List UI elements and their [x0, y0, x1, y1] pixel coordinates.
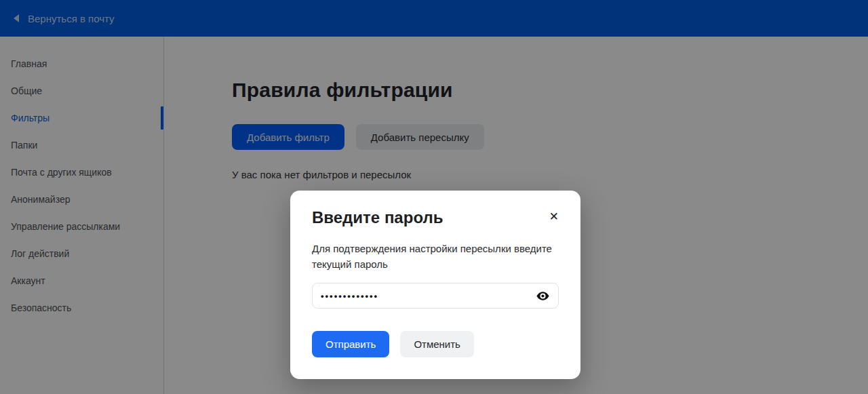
password-modal: Введите пароль ✕ Для подтверждения настр…	[290, 191, 580, 379]
password-field-wrapper	[312, 283, 559, 309]
password-input[interactable]	[321, 291, 534, 301]
eye-icon	[536, 289, 550, 303]
settings-app: Вернуться в почту Главная Общие Фильтры …	[0, 0, 868, 394]
toggle-password-visibility-button[interactable]	[534, 287, 551, 304]
cancel-button[interactable]: Отменить	[400, 331, 474, 357]
modal-header: Введите пароль ✕	[312, 207, 559, 229]
close-icon[interactable]: ✕	[547, 208, 561, 225]
modal-description: Для подтверждения настройки пересылки вв…	[312, 241, 559, 272]
submit-button[interactable]: Отправить	[312, 331, 389, 357]
modal-actions: Отправить Отменить	[312, 331, 559, 357]
modal-title: Введите пароль	[312, 207, 443, 229]
